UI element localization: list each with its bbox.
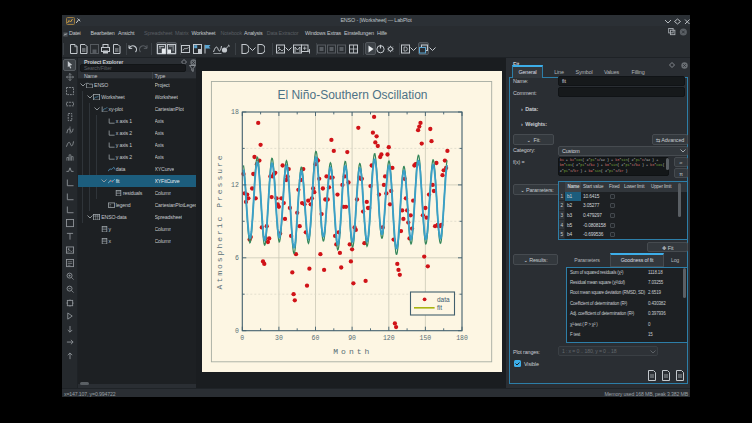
svg-text:30: 30	[275, 335, 283, 342]
svg-text:180: 180	[456, 335, 468, 342]
svg-text:data: data	[437, 295, 450, 302]
svg-text:fit: fit	[437, 304, 442, 311]
svg-text:0: 0	[235, 327, 239, 334]
svg-text:Month: Month	[333, 347, 372, 356]
svg-text:El Niño-Southern Oscillation: El Niño-Southern Oscillation	[277, 87, 427, 101]
svg-text:150: 150	[420, 335, 432, 342]
svg-text:6: 6	[235, 255, 239, 262]
svg-text:12: 12	[231, 182, 239, 189]
svg-text:18: 18	[231, 109, 239, 116]
svg-text:60: 60	[312, 335, 320, 342]
svg-text:0: 0	[240, 335, 244, 342]
svg-text:120: 120	[383, 335, 395, 342]
svg-text:90: 90	[348, 335, 356, 342]
svg-text:Atmospheric Pressure: Atmospheric Pressure	[215, 153, 224, 289]
